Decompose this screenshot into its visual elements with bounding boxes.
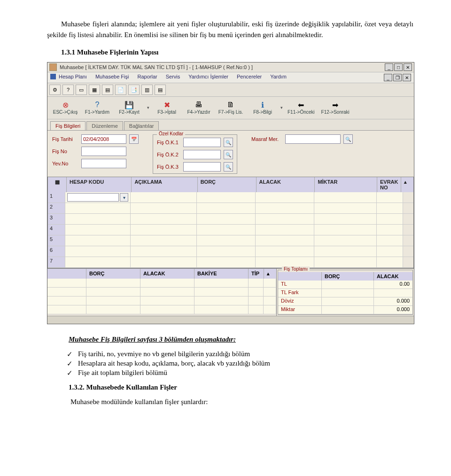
- lookup-icon[interactable]: 🔍: [224, 138, 233, 147]
- row-number: 1: [48, 192, 65, 203]
- titlebar: Muhasebe [ İLKTEM DAY. TÜK MAL SAN TİC L…: [47, 62, 414, 72]
- fis-tarihi-input[interactable]: 02/04/2008: [81, 134, 126, 144]
- subheading-3-bolum: Muhasebe Fiş Bilgileri sayfası 3 bölümde…: [69, 336, 413, 343]
- child-restore-button[interactable]: ❐: [393, 74, 402, 81]
- menubar: Hesap Planı Muhasebe Fişi Raporlar Servi…: [47, 72, 414, 83]
- row-number: 7: [48, 257, 65, 267]
- row-number: 5: [48, 235, 65, 246]
- heading-1-3-1: 1.3.1 Muhasebe Fişlerinin Yapısı: [61, 48, 413, 56]
- f4-yazdir-button[interactable]: 🖶F4->Yazdır: [183, 99, 215, 116]
- f2-kayit-button[interactable]: 💾F2->Kayıt: [113, 99, 145, 116]
- lookup-icon[interactable]: 🔍: [343, 134, 353, 144]
- sum-col-borc: BORÇ: [86, 269, 140, 279]
- ok1-label: Fiş Ö.K.1: [157, 140, 180, 145]
- cell[interactable]: [131, 192, 197, 203]
- col-borc[interactable]: BORÇ: [198, 177, 257, 192]
- cell[interactable]: [377, 192, 403, 203]
- close-button[interactable]: ✕: [404, 63, 412, 71]
- child-close-button[interactable]: ✕: [403, 74, 411, 81]
- lookup-icon[interactable]: 🔍: [224, 162, 233, 172]
- tool-icon-4[interactable]: ▦: [89, 85, 100, 95]
- tool-icon-9[interactable]: ▤: [155, 85, 166, 95]
- col-miktar[interactable]: MİKTAR: [315, 177, 377, 192]
- masraf-input[interactable]: [285, 134, 341, 144]
- list-item: Hesaplara ait hesap kodu, açıklama, borç…: [67, 359, 413, 367]
- cell[interactable]: [256, 192, 314, 203]
- tool-icon-5[interactable]: ▤: [102, 85, 113, 95]
- grid-row[interactable]: 2: [48, 203, 413, 214]
- fis-no-input[interactable]: [81, 147, 126, 156]
- f7-fislis-button[interactable]: 🗎F7->Fiş Lis.: [215, 99, 247, 116]
- menu-yardim[interactable]: Yardım: [270, 74, 287, 81]
- app-icon: [49, 63, 57, 71]
- f11-onceki-button[interactable]: ⬅F11->Önceki: [284, 99, 318, 116]
- col-hesap-kodu[interactable]: HESAP KODU: [67, 177, 132, 192]
- tab-baglantilar[interactable]: Bağlantılar: [124, 121, 159, 130]
- grid-row[interactable]: 1 ▾: [48, 192, 413, 203]
- col-aciklama[interactable]: AÇIKLAMA: [132, 177, 197, 192]
- tool-icon-2[interactable]: ?: [62, 85, 74, 95]
- menu-muhasebe-fisi[interactable]: Muhasebe Fişi: [95, 74, 129, 81]
- menubar-icon: [50, 74, 56, 79]
- summary-row: [47, 279, 276, 288]
- grid-row[interactable]: 6: [48, 246, 413, 257]
- grid-row[interactable]: 7: [48, 257, 413, 268]
- maximize-button[interactable]: □: [394, 63, 403, 71]
- row-number: 4: [48, 225, 65, 235]
- scroll-up-icon[interactable]: ▴: [401, 177, 413, 192]
- scrollbar[interactable]: [403, 192, 413, 203]
- f8-bilgi-button[interactable]: ℹF8->Bilgi: [247, 99, 279, 116]
- grid-row[interactable]: 4: [48, 225, 413, 235]
- tool-icon-8[interactable]: ▥: [141, 85, 153, 95]
- tool-icon-1[interactable]: ⚙: [49, 85, 61, 95]
- tab-fis-bilgileri[interactable]: Fiş Bilgileri: [50, 121, 86, 130]
- menu-raporlar[interactable]: Raporlar: [137, 74, 157, 81]
- col-alacak[interactable]: ALACAK: [257, 177, 315, 192]
- dropdown-icon-2[interactable]: ▾: [279, 99, 284, 116]
- fis-toplam-legend: Fiş Toplamı: [282, 266, 310, 272]
- f12-sonraki-button[interactable]: ➡F12->Sonraki: [318, 99, 353, 116]
- menu-servis[interactable]: Servis: [166, 74, 180, 81]
- col-evrak-no[interactable]: EVRAK NO: [377, 177, 402, 192]
- dropdown-icon[interactable]: ▾: [145, 99, 151, 116]
- cell[interactable]: [314, 192, 377, 203]
- scroll-up-icon[interactable]: ▴: [264, 269, 276, 279]
- menu-hesap-plani[interactable]: Hesap Planı: [59, 74, 87, 81]
- yev-no-label: Yev.No: [52, 161, 78, 166]
- fis-no-label: Fiş No: [52, 148, 78, 154]
- sum-col-bakiye: BAKİYE: [194, 269, 249, 279]
- lookup-icon[interactable]: 🔍: [224, 150, 233, 159]
- ft-row-doviz: Döviz 0.000: [278, 297, 412, 306]
- grid-rowselect-icon[interactable]: ▦: [48, 177, 67, 192]
- icon-toolbar: ⚙ ? ▭ ▦ ▤ 📄 📑 ▥ ▤: [47, 83, 414, 97]
- bottom-panel: BORÇ ALACAK BAKİYE TİP ▴ Fiş Toplamı BOR…: [47, 268, 414, 316]
- ok2-input[interactable]: [183, 150, 221, 159]
- cell[interactable]: [197, 192, 256, 203]
- heading-1-3-2: 1.3.2. Muhasebede Kullanılan Fişler: [69, 383, 413, 391]
- form-area: Fiş Tarihi 02/04/2008 📅 Fiş No Yev.No Öz…: [47, 130, 414, 177]
- grid-row[interactable]: 3: [48, 214, 413, 225]
- yev-no-input[interactable]: [81, 159, 126, 168]
- app-window: Muhasebe [ İLKTEM DAY. TÜK MAL SAN TİC L…: [47, 62, 414, 324]
- lookup-icon[interactable]: ▾: [120, 193, 128, 202]
- calendar-icon[interactable]: 📅: [129, 134, 139, 144]
- menu-yardimci-islemler[interactable]: Yardımcı İşlemler: [188, 74, 228, 81]
- hesap-cell-input[interactable]: [67, 193, 119, 202]
- esc-cikis-button[interactable]: ⊗ESC->Çıkış: [49, 99, 81, 116]
- ft-col-blank: [278, 272, 322, 281]
- tool-icon-6[interactable]: 📄: [115, 85, 126, 95]
- tool-icon-7[interactable]: 📑: [128, 85, 140, 95]
- child-min-button[interactable]: _: [384, 74, 392, 81]
- ok1-input[interactable]: [183, 138, 221, 147]
- minimize-button[interactable]: _: [385, 63, 393, 71]
- grid-row[interactable]: 5: [48, 235, 413, 246]
- ok3-input[interactable]: [183, 162, 221, 172]
- ft-row-miktar: Miktar 0.000: [278, 306, 412, 314]
- f1-yardim-button[interactable]: ?F1->Yardım: [81, 99, 113, 116]
- tool-icon-3[interactable]: ▭: [76, 85, 87, 95]
- f3-iptal-button[interactable]: ✖F3->İptal: [151, 99, 183, 116]
- tab-duzenleme[interactable]: Düzenleme: [86, 121, 123, 130]
- checklist: Fiş tarihi, no, yevmiye no vb genel bilg…: [67, 350, 413, 377]
- menu-pencereler[interactable]: Pencereler: [237, 74, 262, 81]
- function-toolbar: ⊗ESC->Çıkış ?F1->Yardım 💾F2->Kayıt ▾ ✖F3…: [47, 97, 414, 119]
